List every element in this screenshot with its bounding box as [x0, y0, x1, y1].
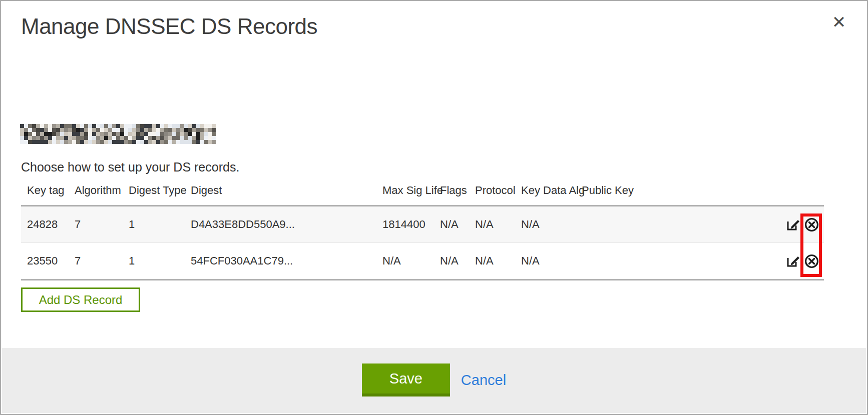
cell-public-key [576, 206, 785, 243]
edit-record-button[interactable] [785, 217, 800, 232]
add-ds-record-button[interactable]: Add DS Record [21, 288, 140, 312]
instruction-text: Choose how to set up your DS records. [21, 160, 239, 174]
edit-record-button[interactable] [785, 254, 800, 268]
cell-key-data-alg: N/A [515, 206, 576, 243]
col-header-key-data-alg: Key Data Alg [515, 177, 576, 206]
cell-key-tag: 24828 [21, 206, 69, 243]
col-header-actions [785, 177, 824, 206]
cell-digest: 54FCF030AA1C79... [185, 243, 376, 280]
edit-icon [786, 254, 800, 268]
close-button[interactable]: ✕ [829, 12, 849, 32]
save-button[interactable]: Save [362, 364, 450, 396]
edit-icon [786, 218, 800, 232]
table-row: 24828 7 1 D4A33E8DD550A9... 1814400 N/A … [21, 206, 824, 243]
col-header-digest-type: Digest Type [123, 177, 185, 206]
cell-public-key [576, 243, 785, 280]
modal-footer: Save Cancel [2, 348, 866, 413]
cell-key-tag: 23550 [21, 243, 69, 280]
cell-digest-type: 1 [123, 243, 185, 280]
cancel-link[interactable]: Cancel [461, 372, 506, 388]
col-header-protocol: Protocol [469, 177, 515, 206]
close-icon: ✕ [832, 12, 846, 32]
cell-flags: N/A [434, 206, 469, 243]
cell-max-sig-life: N/A [376, 243, 434, 280]
cell-digest-type: 1 [123, 206, 185, 243]
cell-key-data-alg: N/A [515, 243, 576, 280]
page-title: Manage DNSSEC DS Records [21, 14, 317, 39]
screen: Manage DNSSEC DS Records ✕ Choose how to… [0, 0, 868, 415]
circled-x-icon [804, 254, 819, 268]
ds-records-table: Key tag Algorithm Digest Type Digest Max… [21, 177, 824, 280]
cell-flags: N/A [434, 243, 469, 280]
col-header-public-key: Public Key [576, 177, 785, 206]
col-header-digest: Digest [185, 177, 376, 206]
circled-x-icon [804, 218, 819, 232]
cell-algorithm: 7 [69, 243, 123, 280]
col-header-key-tag: Key tag [21, 177, 69, 206]
delete-record-button[interactable] [804, 217, 819, 232]
table-header-row: Key tag Algorithm Digest Type Digest Max… [21, 177, 824, 206]
cell-digest: D4A33E8DD550A9... [185, 206, 376, 243]
delete-record-button[interactable] [804, 254, 819, 268]
col-header-max-sig-life: Max Sig Life [376, 177, 434, 206]
table-row: 23550 7 1 54FCF030AA1C79... N/A N/A N/A … [21, 243, 824, 280]
cell-algorithm: 7 [69, 206, 123, 243]
cell-max-sig-life: 1814400 [376, 206, 434, 243]
manage-dnssec-modal: Manage DNSSEC DS Records ✕ Choose how to… [0, 0, 868, 415]
cell-protocol: N/A [469, 243, 515, 280]
cell-protocol: N/A [469, 206, 515, 243]
redacted-domain-name [20, 124, 216, 144]
col-header-algorithm: Algorithm [69, 177, 123, 206]
